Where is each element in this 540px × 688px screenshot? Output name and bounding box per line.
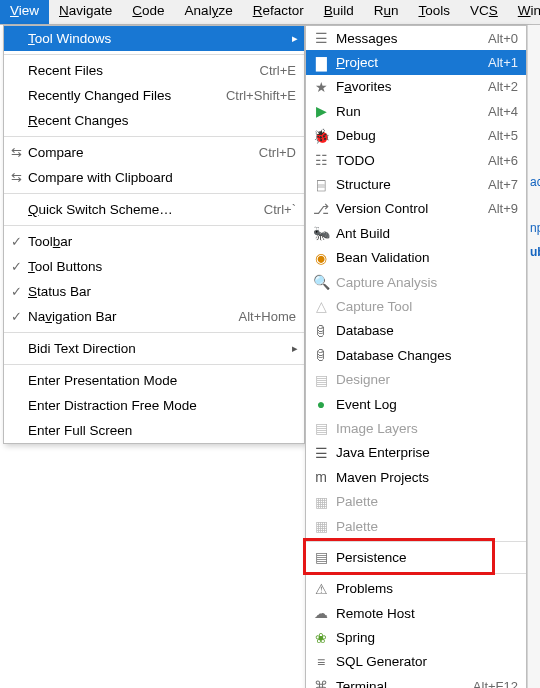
tool-window-problems[interactable]: ⚠Problems bbox=[306, 577, 526, 601]
menu-item-label: Enter Distraction Free Mode bbox=[28, 398, 296, 413]
submenu-item-shortcut: Alt+4 bbox=[488, 104, 518, 119]
submenu-item-label: Designer bbox=[336, 372, 518, 387]
tool-window-ant-build[interactable]: 🐜Ant Build bbox=[306, 221, 526, 245]
sql-generator-icon: ≡ bbox=[312, 653, 330, 671]
tool-window-capture-tool: △Capture Tool bbox=[306, 294, 526, 318]
tool-window-remote-host[interactable]: ☁Remote Host bbox=[306, 601, 526, 625]
tool-window-favorites[interactable]: ★FavoritesAlt+2 bbox=[306, 75, 526, 99]
submenu-item-label: Project bbox=[336, 55, 488, 70]
menu-item-toolbar[interactable]: ✓Toolbar bbox=[4, 229, 304, 254]
image-layers-icon: ▤ bbox=[312, 419, 330, 437]
project-icon: ▇ bbox=[312, 54, 330, 72]
problems-icon: ⚠ bbox=[312, 580, 330, 598]
menu-item-recent-changes[interactable]: Recent Changes bbox=[4, 108, 304, 133]
menubar-item-tools[interactable]: Tools bbox=[409, 0, 461, 24]
submenu-item-label: Bean Validation bbox=[336, 250, 518, 265]
favorites-icon: ★ bbox=[312, 78, 330, 96]
submenu-item-shortcut: Alt+F12 bbox=[473, 679, 518, 688]
menu-item-label: Enter Presentation Mode bbox=[28, 373, 296, 388]
tool-window-project[interactable]: ▇ProjectAlt+1 bbox=[306, 50, 526, 74]
submenu-item-label: Favorites bbox=[336, 79, 488, 94]
menu-item-tool-windows[interactable]: Tool Windows▸ bbox=[4, 26, 304, 51]
submenu-arrow-icon: ▸ bbox=[292, 342, 298, 355]
tool-window-bean-validation[interactable]: ◉Bean Validation bbox=[306, 246, 526, 270]
menubar-item-build[interactable]: Build bbox=[314, 0, 364, 24]
submenu-item-label: Messages bbox=[336, 31, 488, 46]
menu-item-label: Status Bar bbox=[28, 284, 296, 299]
submenu-item-label: Image Layers bbox=[336, 421, 518, 436]
menubar-item-vcs[interactable]: VCS bbox=[460, 0, 508, 24]
check-icon: ✓ bbox=[8, 259, 24, 275]
tool-window-maven-projects[interactable]: mMaven Projects bbox=[306, 465, 526, 489]
tool-window-spring[interactable]: ❀Spring bbox=[306, 625, 526, 649]
event-log-icon: ● bbox=[312, 395, 330, 413]
tool-window-todo[interactable]: ☷TODOAlt+6 bbox=[306, 148, 526, 172]
menu-item-bidi-text-direction[interactable]: Bidi Text Direction▸ bbox=[4, 336, 304, 361]
menu-item-compare[interactable]: ⇆CompareCtrl+D bbox=[4, 140, 304, 165]
compare-clip-icon: ⇆ bbox=[8, 170, 24, 186]
tool-window-sql-generator[interactable]: ≡SQL Generator bbox=[306, 650, 526, 674]
palette-icon: ▦ bbox=[312, 493, 330, 511]
submenu-item-label: Problems bbox=[336, 581, 518, 596]
todo-icon: ☷ bbox=[312, 151, 330, 169]
tool-window-database-changes[interactable]: 🛢Database Changes bbox=[306, 343, 526, 367]
menubar-item-run[interactable]: Run bbox=[364, 0, 409, 24]
compare-icon: ⇆ bbox=[8, 145, 24, 161]
menu-item-label: Navigation Bar bbox=[28, 309, 231, 324]
tool-window-structure[interactable]: ⌸StructureAlt+7 bbox=[306, 172, 526, 196]
tool-window-persistence[interactable]: ▤Persistence bbox=[306, 545, 526, 569]
tool-window-java-enterprise[interactable]: ☰Java Enterprise bbox=[306, 441, 526, 465]
menubar-item-refactor[interactable]: Refactor bbox=[243, 0, 314, 24]
menubar-item-analyze[interactable]: Analyze bbox=[175, 0, 243, 24]
menu-item-compare-with-clipboard[interactable]: ⇆Compare with Clipboard bbox=[4, 165, 304, 190]
menu-separator bbox=[4, 364, 304, 365]
persistence-icon: ▤ bbox=[312, 548, 330, 566]
menubar-item-window[interactable]: Window bbox=[508, 0, 540, 24]
tool-window-run[interactable]: ▶RunAlt+4 bbox=[306, 99, 526, 123]
menu-separator bbox=[4, 193, 304, 194]
tool-window-debug[interactable]: 🐞DebugAlt+5 bbox=[306, 124, 526, 148]
menu-item-enter-presentation-mode[interactable]: Enter Presentation Mode bbox=[4, 368, 304, 393]
menu-item-status-bar[interactable]: ✓Status Bar bbox=[4, 279, 304, 304]
submenu-item-label: SQL Generator bbox=[336, 654, 518, 669]
menu-item-enter-full-screen[interactable]: Enter Full Screen bbox=[4, 418, 304, 443]
submenu-item-label: TODO bbox=[336, 153, 488, 168]
check-icon: ✓ bbox=[8, 309, 24, 325]
palette2-icon: ▦ bbox=[312, 517, 330, 535]
menu-item-tool-buttons[interactable]: ✓Tool Buttons bbox=[4, 254, 304, 279]
submenu-item-label: Run bbox=[336, 104, 488, 119]
submenu-item-label: Maven Projects bbox=[336, 470, 518, 485]
menu-item-shortcut: Ctrl+E bbox=[252, 63, 296, 78]
tool-window-designer: ▤Designer bbox=[306, 367, 526, 391]
tool-window-terminal[interactable]: ⌘TerminalAlt+F12 bbox=[306, 674, 526, 688]
menubar: ViewNavigateCodeAnalyzeRefactorBuildRunT… bbox=[0, 0, 540, 25]
menu-item-recently-changed-files[interactable]: Recently Changed FilesCtrl+Shift+E bbox=[4, 83, 304, 108]
tool-window-capture-analysis: 🔍Capture Analysis bbox=[306, 270, 526, 294]
submenu-item-label: Capture Tool bbox=[336, 299, 518, 314]
menu-item-recent-files[interactable]: Recent FilesCtrl+E bbox=[4, 58, 304, 83]
tool-window-database[interactable]: 🛢Database bbox=[306, 319, 526, 343]
menu-separator bbox=[4, 54, 304, 55]
tool-window-event-log[interactable]: ●Event Log bbox=[306, 392, 526, 416]
submenu-item-label: Structure bbox=[336, 177, 488, 192]
menubar-item-view[interactable]: View bbox=[0, 0, 49, 24]
menubar-item-navigate[interactable]: Navigate bbox=[49, 0, 122, 24]
tool-window-messages[interactable]: ☰MessagesAlt+0 bbox=[306, 26, 526, 50]
ant-icon: 🐜 bbox=[312, 224, 330, 242]
submenu-item-shortcut: Alt+6 bbox=[488, 153, 518, 168]
menu-item-quick-switch-scheme-[interactable]: Quick Switch Scheme…Ctrl+` bbox=[4, 197, 304, 222]
menu-item-label: Recent Files bbox=[28, 63, 252, 78]
submenu-item-shortcut: Alt+0 bbox=[488, 31, 518, 46]
menu-item-enter-distraction-free-mode[interactable]: Enter Distraction Free Mode bbox=[4, 393, 304, 418]
submenu-item-shortcut: Alt+1 bbox=[488, 55, 518, 70]
menu-item-label: Enter Full Screen bbox=[28, 423, 296, 438]
tool-windows-submenu: ☰MessagesAlt+0▇ProjectAlt+1★FavoritesAlt… bbox=[305, 25, 527, 688]
tool-window-version-control[interactable]: ⎇Version ControlAlt+9 bbox=[306, 197, 526, 221]
menubar-item-code[interactable]: Code bbox=[122, 0, 174, 24]
menu-item-label: Recent Changes bbox=[28, 113, 296, 128]
structure-icon: ⌸ bbox=[312, 176, 330, 194]
menu-item-shortcut: Ctrl+` bbox=[256, 202, 296, 217]
menu-item-navigation-bar[interactable]: ✓Navigation BarAlt+Home bbox=[4, 304, 304, 329]
database-icon: 🛢 bbox=[312, 322, 330, 340]
menu-item-label: Tool Windows bbox=[28, 31, 296, 46]
